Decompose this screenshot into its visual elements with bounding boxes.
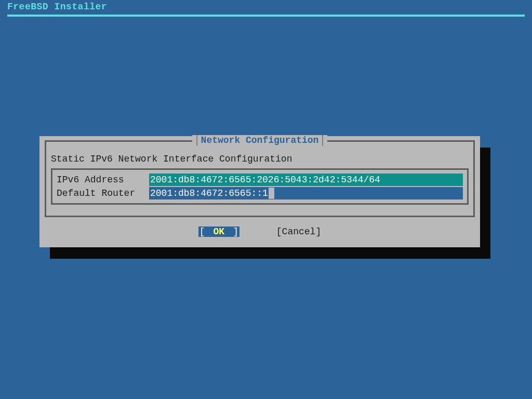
header-rule bbox=[7, 15, 525, 17]
app-title: FreeBSD Installer bbox=[7, 2, 107, 12]
ipv6-address-label: IPv6 Address bbox=[57, 175, 149, 185]
dialog-button-row: [OK] [Cancel] bbox=[39, 227, 480, 237]
text-cursor-icon bbox=[269, 188, 274, 199]
ok-button-label: OK bbox=[206, 227, 232, 237]
cancel-button-label: Cancel bbox=[282, 227, 316, 237]
fields-frame: IPv6 Address 2001:db8:4672:6565:2026:504… bbox=[51, 168, 469, 205]
default-router-value: 2001:db8:4672:6565::1 bbox=[150, 187, 268, 200]
dialog-title: Network Configuration bbox=[192, 135, 327, 145]
installer-screen: FreeBSD Installer Network Configuration … bbox=[0, 0, 532, 399]
ipv6-address-value: 2001:db8:4672:6565:2026:5043:2d42:5344/6… bbox=[150, 174, 380, 186]
default-router-label: Default Router bbox=[57, 188, 149, 198]
dialog-title-wrap: Network Configuration bbox=[46, 141, 473, 152]
field-row-default-router: Default Router 2001:db8:4672:6565::1 bbox=[57, 187, 463, 200]
ipv6-address-input[interactable]: 2001:db8:4672:6565:2026:5043:2d42:5344/6… bbox=[149, 174, 463, 186]
default-router-input[interactable]: 2001:db8:4672:6565::1 bbox=[149, 187, 463, 200]
network-config-dialog: Network Configuration Static IPv6 Networ… bbox=[39, 136, 480, 247]
ok-button[interactable]: [OK] bbox=[198, 227, 240, 237]
field-row-ipv6-address: IPv6 Address 2001:db8:4672:6565:2026:504… bbox=[57, 173, 463, 187]
cancel-button[interactable]: [Cancel] bbox=[276, 227, 321, 237]
dialog-subtitle: Static IPv6 Network Interface Configurat… bbox=[51, 154, 292, 164]
